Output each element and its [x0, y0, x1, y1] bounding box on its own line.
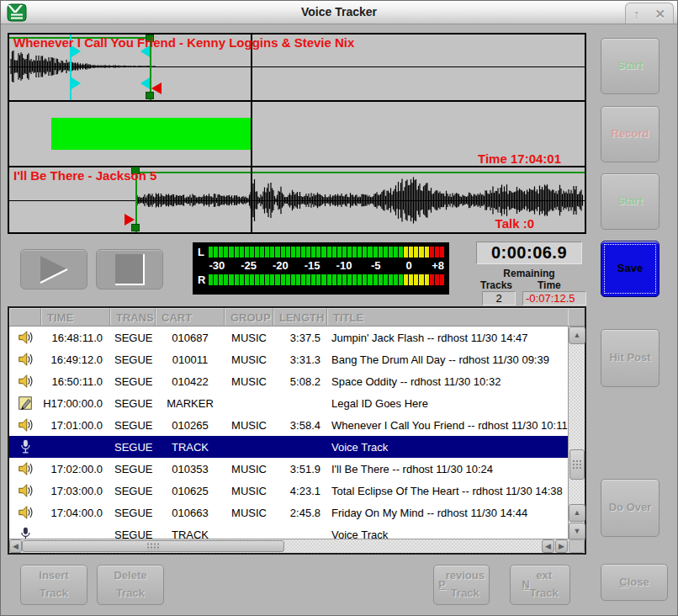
hit-post-button[interactable]: Hit Post — [601, 329, 659, 387]
delete-track-button[interactable]: Delete Track — [97, 565, 164, 605]
column-header-time[interactable]: TIME — [41, 308, 110, 327]
cell-trans: SEGUE — [110, 507, 156, 519]
cell-trans: SEGUE — [110, 332, 156, 344]
table-row[interactable]: 16:48:11.0SEGUE010687MUSIC3:37.5Jumpin' … — [9, 327, 568, 348]
cell-length: 4:23.1 — [273, 485, 327, 497]
cell-trans: SEGUE — [110, 353, 156, 366]
close-window-icon[interactable]: ✕ — [654, 8, 665, 20]
audio-level-meter: L -30-25-20-15-10-50+8 R — [193, 242, 449, 295]
play-button[interactable] — [20, 249, 87, 289]
scroll-up-icon[interactable]: ▲ — [569, 327, 585, 344]
cell-title: Jumpin' Jack Flash -- rdhost 11/30 14:47 — [327, 332, 568, 344]
table-header: TIME TRANS CART GROUP LENGTH TITLE — [9, 308, 585, 327]
table-row[interactable]: 17:01:00.0SEGUE010265MUSIC3:58.4Whenever… — [9, 414, 568, 436]
table-row[interactable]: 16:49:12.0SEGUE010011MUSIC3:31.3Bang The… — [9, 348, 568, 370]
remaining-tracks-label: Tracks — [480, 279, 512, 291]
meter-scale-label: 0 — [405, 259, 411, 272]
cell-time: H17:00:00.0 — [41, 397, 110, 410]
table-row[interactable]: 17:04:00.0SEGUE010663MUSIC2:45.8Friday O… — [9, 502, 568, 523]
fade-arrow-icon[interactable] — [124, 214, 135, 226]
cell-title: Bang The Drum All Day -- rdhost 11/30 09… — [327, 353, 568, 366]
start-track3-button[interactable]: Start — [601, 173, 659, 230]
column-header-title[interactable]: TITLE — [327, 308, 568, 327]
voice-track-region[interactable] — [51, 118, 252, 150]
cell-time: 17:03:00.0 — [41, 485, 110, 497]
column-header-trans[interactable]: TRANS — [110, 308, 156, 327]
cell-cart: 010687 — [156, 332, 225, 344]
horizontal-scroll-thumb[interactable] — [22, 540, 284, 552]
meter-scale-label: -15 — [305, 259, 320, 272]
start-track1-button[interactable]: Start — [601, 38, 659, 94]
remaining-title: Remaining — [476, 268, 582, 279]
cue-arrow-icon[interactable] — [72, 77, 81, 89]
do-over-button[interactable]: Do Over — [601, 479, 659, 537]
scroll-left-icon[interactable]: ◀ — [9, 539, 22, 553]
cell-length: 3:37.5 — [273, 332, 327, 344]
shade-window-icon[interactable]: ↑ — [633, 8, 640, 20]
elapsed-time-display: 0:00:06.9 — [476, 242, 582, 264]
record-button[interactable]: Record — [601, 106, 659, 162]
speaker-icon — [9, 502, 41, 523]
stop-icon — [111, 252, 148, 286]
table-row[interactable]: 17:03:00.0SEGUE010625MUSIC4:23.1Total Ec… — [9, 480, 568, 502]
previous-track-button[interactable]: PreviousTrack — [433, 565, 490, 605]
cell-trans: SEGUE — [110, 397, 156, 410]
cell-cart: 010011 — [156, 353, 225, 366]
save-button[interactable]: Save — [601, 241, 659, 297]
next-track-button[interactable]: NextTrack — [510, 565, 570, 605]
vertical-scroll-thumb[interactable] — [569, 449, 585, 480]
scroll-up-icon[interactable]: ▲ — [569, 504, 585, 522]
table-row[interactable]: 16:50:11.0SEGUE010422MUSIC5:08.2Space Od… — [9, 370, 568, 392]
fade-arrow-icon[interactable] — [151, 82, 162, 94]
meter-left-segments — [209, 247, 444, 258]
close-button[interactable]: Close — [601, 564, 668, 601]
cell-cart: TRACK — [156, 441, 225, 454]
track3-segue-line — [135, 172, 585, 173]
stop-button[interactable] — [96, 249, 163, 289]
table-row[interactable]: H17:00:00.0SEGUEMARKERLegal ID Goes Here — [9, 392, 568, 414]
track3-title: I'll Be There - Jackson 5 — [13, 168, 156, 183]
waveform-editor[interactable]: Whenever I Call You Friend - Kenny Loggi… — [8, 33, 586, 234]
table-row[interactable]: SEGUETRACKVoice Track — [9, 523, 568, 540]
cell-title: Voice Track — [327, 441, 568, 454]
column-header-length[interactable]: LENGTH — [273, 308, 327, 327]
play-icon — [34, 252, 74, 286]
insert-track-button[interactable]: Insert Track — [20, 565, 87, 605]
window-title: Voice Tracker — [1, 5, 677, 19]
panel-separator — [9, 100, 585, 102]
table-row[interactable]: 17:02:00.0SEGUE010353MUSIC3:51.9I'll Be … — [9, 458, 568, 480]
table-row[interactable]: SEGUETRACKVoice Track — [9, 436, 568, 458]
meter-scale-label: +8 — [432, 259, 444, 272]
meter-scale-label: -30 — [209, 259, 225, 272]
cell-length: 2:45.8 — [273, 507, 327, 519]
meter-scale-label: -20 — [273, 259, 289, 272]
meter-scale-label: -10 — [336, 259, 352, 272]
cell-length: 3:31.3 — [273, 353, 327, 366]
scroll-left-icon[interactable]: ◀ — [542, 539, 554, 553]
cell-cart: 010353 — [156, 463, 225, 475]
cell-title: Space Oddity -- rdhost 11/30 10:32 — [327, 375, 568, 388]
cell-cart: 010625 — [156, 485, 225, 497]
speaker-icon — [9, 458, 41, 480]
cell-group: MUSIC — [225, 353, 273, 366]
column-header-icon[interactable] — [9, 308, 41, 327]
column-header-group[interactable]: GROUP — [225, 308, 273, 327]
cell-length: 3:51.9 — [273, 463, 327, 475]
talk-label: Talk :0 — [495, 216, 534, 231]
speaker-icon — [9, 480, 41, 502]
cell-title: Whenever I Call You Friend -- rdhost 11/… — [327, 419, 568, 432]
titlebar[interactable]: Voice Tracker ↑ ✕ — [1, 1, 677, 24]
cell-time: 17:01:00.0 — [41, 419, 110, 432]
cell-trans: SEGUE — [110, 419, 156, 432]
scroll-down-icon[interactable]: ▼ — [569, 523, 585, 540]
playback-position-line — [251, 35, 252, 232]
vertical-scrollbar[interactable]: ▲ ▲ ▼ — [568, 327, 585, 540]
window-controls: ↑ ✕ — [625, 3, 674, 24]
scroll-right-icon[interactable]: ▶ — [555, 539, 568, 553]
horizontal-scrollbar[interactable]: ◀ ◀ ▶ — [9, 539, 585, 553]
cue-arrow-icon[interactable] — [140, 77, 150, 89]
column-header-cart[interactable]: CART — [156, 308, 225, 327]
cell-length: 5:08.2 — [273, 375, 327, 388]
speaker-icon — [9, 370, 41, 392]
cell-trans: SEGUE — [110, 463, 156, 475]
